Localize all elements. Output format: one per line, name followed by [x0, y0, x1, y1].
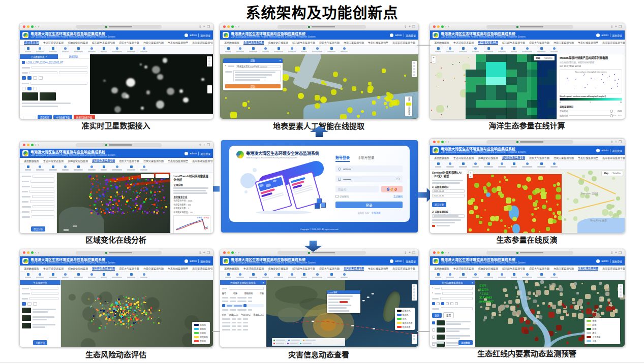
toolbar-item[interactable] — [36, 47, 44, 52]
db-download-button[interactable]: 数据库数据下载 — [74, 115, 95, 119]
nav-item[interactable]: 遥感数据服务 — [224, 41, 239, 44]
toolbar-item[interactable] — [225, 273, 231, 278]
back-icon[interactable]: ‹ — [235, 251, 236, 254]
password-field[interactable]: •••••••• — [335, 176, 403, 182]
close-window-icon[interactable] — [23, 144, 25, 146]
date-to[interactable] — [59, 71, 87, 74]
add-data-button[interactable]: 添加数据 — [458, 340, 473, 345]
class-checkbox[interactable] — [446, 302, 449, 305]
toolbar-item[interactable] — [62, 166, 69, 171]
satellite-option[interactable]: Satellite — [610, 172, 623, 175]
nav-item[interactable]: 海岸带环境监测专题 — [192, 159, 213, 162]
run-analysis-button[interactable]: 提交分析 — [31, 226, 45, 231]
nav-item[interactable]: 城市群生态监测专题 — [502, 41, 525, 44]
nav-item[interactable]: 生态红线监测预警 — [578, 41, 598, 44]
toolbar-item[interactable] — [312, 273, 322, 278]
tabs-icon[interactable]: ❐ — [207, 25, 210, 28]
toolbar-item[interactable] — [25, 47, 31, 52]
end-time-slider[interactable] — [569, 115, 616, 116]
share-icon[interactable]: ⇪ — [610, 25, 614, 28]
scene-thumbnail[interactable] — [40, 92, 56, 101]
back-icon[interactable]: ‹ — [445, 251, 446, 254]
nav-item[interactable]: 城市群生态监测专题 — [92, 41, 115, 44]
nav-item[interactable]: 生态环境常态监测 — [243, 267, 264, 270]
maximize-window-icon[interactable] — [31, 25, 34, 28]
nav-item[interactable]: 城市群生态监测专题 — [92, 158, 115, 163]
nav-item[interactable]: 生态红线监测预警 — [168, 41, 188, 44]
date-range-input[interactable] — [441, 307, 473, 310]
maximize-window-icon[interactable] — [441, 251, 444, 254]
nav-item[interactable]: 台风灾害监测专题 — [554, 156, 574, 159]
filter-chip[interactable] — [22, 76, 26, 80]
nav-item[interactable]: 湾区大气监测专题 — [319, 41, 340, 44]
toolbar-item[interactable] — [288, 47, 296, 52]
nav-item[interactable]: 生态环境常态监测 — [43, 267, 64, 270]
nav-item[interactable]: 遥感数据服务 — [24, 267, 39, 270]
result-item[interactable] — [432, 335, 473, 340]
class-checkbox[interactable] — [437, 302, 440, 305]
tabs-icon[interactable]: ❐ — [412, 25, 415, 28]
nav-item[interactable]: 生态红线监测预警 — [368, 267, 388, 270]
toolbar-item[interactable] — [62, 273, 69, 278]
param-input[interactable] — [30, 180, 54, 183]
toolbar-item[interactable] — [62, 47, 69, 52]
nav-item[interactable]: 生态红线监测预警 — [368, 41, 388, 44]
typhoon-row[interactable] — [222, 297, 264, 299]
satellite-image-view[interactable] — [89, 54, 213, 114]
map-option[interactable]: Map — [534, 57, 542, 59]
nav-item[interactable]: 城市群生态监测专题 — [292, 41, 315, 44]
toolbar-item[interactable] — [459, 273, 467, 278]
nav-item[interactable]: 海岸带环境监测专题 — [602, 267, 625, 270]
minimize-window-icon[interactable] — [27, 251, 29, 254]
map-type-toggle[interactable]: MapSatellite — [602, 171, 623, 176]
result-thumbnail[interactable] — [22, 308, 31, 313]
nav-item[interactable]: 海岸带环境监测专题 — [392, 267, 415, 270]
toolbar-item[interactable] — [49, 166, 57, 171]
toolbar-item[interactable] — [472, 162, 479, 168]
toolbar-item[interactable] — [550, 273, 558, 278]
toolbar-item[interactable] — [25, 166, 31, 171]
minimize-window-icon[interactable] — [227, 251, 230, 254]
nav-item[interactable]: 湾区大气监测专题 — [319, 267, 340, 270]
toolbar-item[interactable] — [262, 47, 269, 52]
toolbar-item[interactable] — [484, 273, 493, 278]
toolbar-item[interactable] — [522, 47, 532, 52]
close-window-icon[interactable] — [433, 251, 436, 254]
logout-button[interactable]: 退出登录 — [406, 259, 416, 263]
nav-item[interactable]: 多种变化在线监测 — [478, 267, 498, 270]
scene-thumbnail[interactable] — [22, 92, 38, 101]
nav-item[interactable]: 遥感数据服务 — [224, 267, 239, 270]
toolbar-item[interactable] — [49, 273, 57, 278]
new-tab-icon[interactable]: + — [615, 140, 617, 144]
close-icon[interactable]: × — [262, 281, 264, 284]
page-size-select[interactable] — [23, 116, 36, 119]
nav-item[interactable]: 生态环境常态监测 — [453, 156, 474, 159]
nav-item[interactable]: 台风灾害监测专题 — [554, 41, 574, 44]
toolbar-item[interactable] — [112, 47, 122, 52]
toolbar-item[interactable] — [446, 162, 454, 168]
logout-button[interactable]: 退出登录 — [200, 34, 210, 37]
filter-chip[interactable] — [39, 76, 43, 80]
toolbar-item[interactable] — [550, 162, 558, 168]
param-input[interactable] — [33, 205, 54, 208]
query-button[interactable]: 查询 — [432, 313, 442, 318]
toolbar-item[interactable] — [101, 273, 107, 278]
close-window-icon[interactable] — [433, 141, 436, 143]
share-icon[interactable]: ⇪ — [199, 25, 202, 28]
toolbar-item[interactable] — [537, 47, 545, 52]
toolbar-item[interactable] — [36, 273, 44, 278]
typhoon-row-active[interactable] — [222, 304, 264, 307]
class-checkbox[interactable] — [441, 302, 444, 305]
close-window-icon[interactable] — [23, 251, 25, 254]
forward-icon[interactable]: › — [448, 251, 449, 254]
toolbar-item[interactable] — [550, 47, 558, 52]
toolbar-item[interactable] — [446, 273, 454, 278]
captcha-image[interactable]: 940 — [381, 186, 403, 192]
sensor-select[interactable] — [32, 66, 87, 69]
nav-item[interactable]: 城市群生态监测专题 — [292, 267, 315, 270]
tab-phone-login[interactable]: 手机号登录 — [358, 155, 375, 160]
year-selectors[interactable] — [141, 174, 169, 178]
share-icon[interactable]: ⇪ — [199, 251, 202, 254]
filter-chip[interactable] — [33, 76, 37, 80]
address-bar[interactable] — [486, 25, 573, 29]
